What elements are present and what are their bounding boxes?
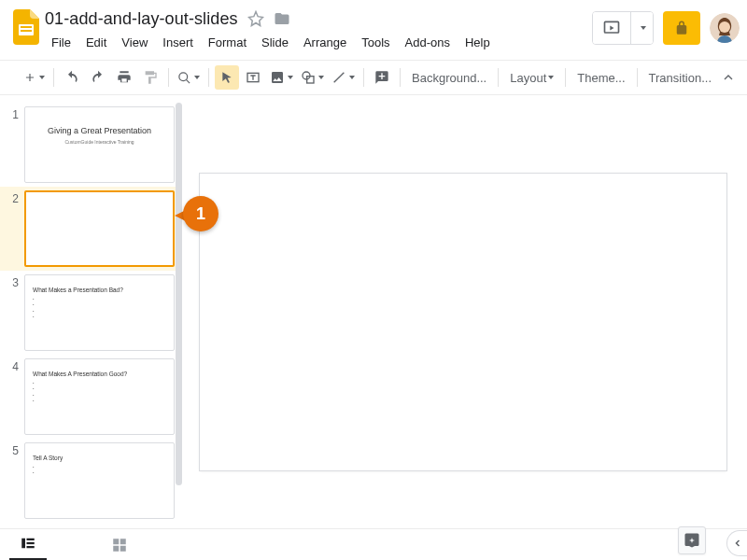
svg-rect-16	[120, 539, 126, 544]
new-slide-button[interactable]	[21, 65, 48, 90]
shape-tool[interactable]	[298, 65, 327, 90]
thumb-subtitle: CustomGuide Interactive Training	[33, 139, 166, 145]
thumbnail[interactable]: What Makes a Presentation Bad? ••••	[24, 274, 175, 351]
thumbnail[interactable]: Tell A Story ••	[24, 442, 175, 519]
filmstrip-scrollbar[interactable]	[176, 103, 182, 485]
menu-addons[interactable]: Add-ons	[399, 32, 457, 53]
account-avatar[interactable]	[710, 13, 740, 43]
share-button[interactable]	[663, 11, 700, 45]
svg-rect-17	[113, 545, 119, 551]
paint-format-button[interactable]	[138, 65, 162, 90]
filmstrip-view-button[interactable]	[9, 529, 47, 561]
line-tool[interactable]	[329, 65, 358, 90]
image-tool[interactable]	[267, 65, 296, 90]
slide-number: 2	[4, 190, 19, 205]
title-area: 01-add-and-lay-out-slides File Edit View…	[45, 7, 592, 54]
present-button-group	[592, 11, 654, 45]
thumb-heading: What Makes a Presentation Bad?	[33, 287, 166, 293]
side-panel-toggle[interactable]	[726, 530, 747, 556]
app-logo[interactable]	[7, 7, 45, 56]
grid-view-button[interactable]	[101, 532, 138, 558]
svg-rect-18	[120, 545, 126, 551]
menu-arrange[interactable]: Arrange	[297, 32, 353, 53]
slide-number: 5	[4, 442, 19, 457]
slide-thumbnail-3[interactable]: 3 What Makes a Presentation Bad? ••••	[0, 271, 182, 355]
background-button[interactable]: Background...	[406, 65, 492, 90]
present-dropdown[interactable]	[630, 12, 653, 44]
canvas-area	[183, 95, 747, 528]
add-comment-button[interactable]	[370, 65, 394, 90]
theme-button[interactable]: Theme...	[571, 65, 630, 90]
thumb-heading: Tell A Story	[33, 455, 166, 461]
workspace: 1 Giving a Great Presentation CustomGuid…	[0, 95, 747, 528]
bottom-bar	[0, 528, 747, 560]
print-button[interactable]	[112, 65, 136, 90]
thumbnail[interactable]	[24, 190, 175, 267]
menu-format[interactable]: Format	[202, 32, 253, 53]
slide-thumbnail-4[interactable]: 4 What Makes A Presentation Good? ••••	[0, 355, 182, 439]
header: 01-add-and-lay-out-slides File Edit View…	[0, 0, 747, 60]
thumbnail[interactable]: What Makes A Presentation Good? ••••	[24, 358, 175, 435]
svg-rect-15	[113, 539, 119, 544]
move-folder-icon[interactable]	[274, 10, 290, 27]
present-button[interactable]	[593, 12, 630, 44]
slide-thumbnail-5[interactable]: 5 Tell A Story ••	[0, 439, 182, 523]
menu-view[interactable]: View	[115, 32, 154, 53]
menu-insert[interactable]: Insert	[156, 32, 200, 53]
thumb-heading: What Makes A Presentation Good?	[33, 371, 166, 377]
header-actions	[592, 7, 740, 45]
transition-button[interactable]: Transition...	[643, 65, 717, 90]
slide-number: 3	[4, 274, 19, 289]
svg-rect-12	[27, 539, 35, 540]
svg-point-7	[179, 72, 188, 80]
slide-canvas[interactable]	[200, 174, 726, 470]
undo-button[interactable]	[60, 65, 84, 90]
explore-button[interactable]	[678, 526, 706, 554]
document-title[interactable]: 01-add-and-lay-out-slides	[45, 9, 238, 29]
menu-bar: File Edit View Insert Format Slide Arran…	[45, 30, 592, 54]
svg-rect-14	[27, 546, 35, 548]
svg-point-6	[719, 21, 730, 33]
svg-rect-3	[21, 30, 32, 32]
toolbar: Background... Layout Theme... Transition…	[0, 60, 747, 95]
thumb-title: Giving a Great Presentation	[33, 126, 166, 135]
select-tool[interactable]	[215, 65, 239, 90]
svg-rect-11	[21, 539, 25, 549]
svg-rect-10	[307, 77, 314, 83]
star-icon[interactable]	[247, 10, 264, 27]
slide-number: 4	[4, 358, 19, 373]
layout-button[interactable]: Layout	[504, 65, 559, 90]
slide-thumbnail-1[interactable]: 1 Giving a Great Presentation CustomGuid…	[0, 103, 182, 187]
thumbnail[interactable]: Giving a Great Presentation CustomGuide …	[24, 106, 175, 183]
menu-tools[interactable]: Tools	[355, 32, 396, 53]
svg-rect-13	[27, 542, 35, 544]
slide-number: 1	[4, 106, 19, 121]
redo-button[interactable]	[86, 65, 110, 90]
menu-edit[interactable]: Edit	[79, 32, 113, 53]
layout-button-label: Layout	[510, 71, 546, 85]
zoom-button[interactable]	[175, 65, 203, 90]
textbox-tool[interactable]	[241, 65, 265, 90]
menu-help[interactable]: Help	[458, 32, 497, 53]
menu-file[interactable]: File	[45, 32, 78, 53]
slide-filmstrip[interactable]: 1 Giving a Great Presentation CustomGuid…	[0, 95, 183, 528]
collapse-toolbar-icon[interactable]	[721, 70, 736, 85]
menu-slide[interactable]: Slide	[255, 32, 295, 53]
slide-thumbnail-2[interactable]: 2	[0, 187, 182, 271]
svg-rect-2	[21, 26, 32, 28]
